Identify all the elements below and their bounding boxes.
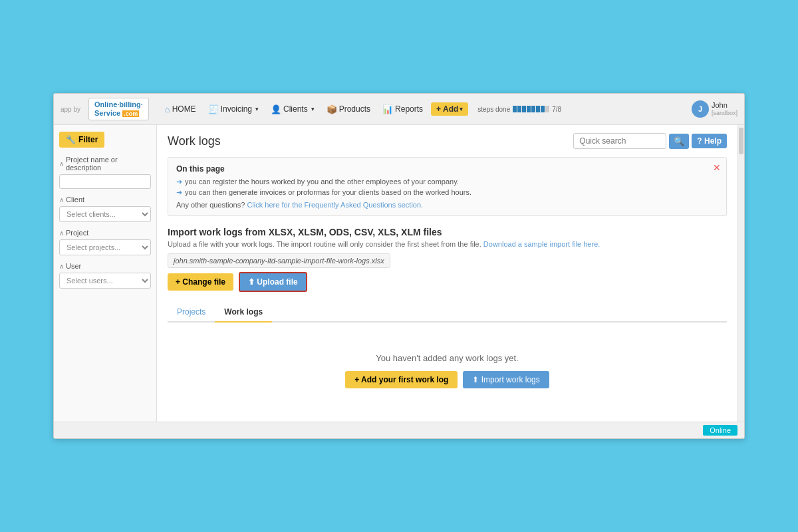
step-3 bbox=[522, 106, 526, 112]
step-2 bbox=[517, 106, 521, 112]
main-panel: Work logs 🔍 ? Help On this page ➜ you ca… bbox=[157, 125, 737, 422]
content-area: 🔧 Filter Project name or description Cli… bbox=[54, 125, 744, 422]
tab-worklogs[interactable]: Work logs bbox=[215, 303, 272, 323]
logo-com: .com bbox=[122, 110, 139, 117]
import-desc-text: Upload a file with your work logs. The i… bbox=[168, 240, 481, 248]
client-select[interactable]: Select clients... bbox=[59, 206, 151, 222]
sidebar-project-select-label: Project bbox=[66, 229, 88, 237]
logo-text-mid: Service .com bbox=[94, 109, 143, 118]
nav-bar: ⌂ HOME 🧾 Invoicing 👤 Clients 📦 Products … bbox=[161, 102, 686, 116]
search-input[interactable] bbox=[573, 133, 666, 149]
sidebar-project-name-label: Project name or description bbox=[66, 156, 151, 172]
logo-text-top: Online·billing· bbox=[94, 100, 143, 109]
info-box-text-1: you can register the hours worked by you… bbox=[185, 178, 459, 186]
reports-icon: 📊 bbox=[382, 104, 393, 114]
sidebar: 🔧 Filter Project name or description Cli… bbox=[54, 125, 157, 422]
sidebar-user-label: User bbox=[66, 262, 81, 270]
step-7 bbox=[541, 106, 545, 112]
add-first-work-log-button[interactable]: + Add your first work log bbox=[345, 371, 458, 388]
status-bar: Online bbox=[54, 422, 744, 438]
nav-home[interactable]: ⌂ HOME bbox=[161, 102, 200, 116]
sidebar-client-label: Client bbox=[66, 196, 84, 203]
download-sample-link[interactable]: Download a sample import file here. bbox=[483, 240, 600, 248]
clients-icon: 👤 bbox=[271, 104, 281, 114]
user-name-block: John [sandbox] bbox=[712, 101, 737, 117]
app-by-label: app by bbox=[61, 106, 80, 113]
avatar: J bbox=[692, 100, 709, 118]
filter-label: Filter bbox=[78, 135, 98, 144]
empty-message: You haven't added any work logs yet. bbox=[376, 353, 518, 363]
info-box: On this page ➜ you can register the hour… bbox=[168, 157, 727, 216]
faq-prefix: Any other questions? bbox=[176, 201, 245, 209]
nav-invoicing-label: Invoicing bbox=[221, 104, 252, 114]
nav-invoicing[interactable]: 🧾 Invoicing bbox=[204, 102, 263, 116]
import-description: Upload a file with your work logs. The i… bbox=[168, 240, 727, 248]
page-title: Work logs bbox=[168, 134, 221, 148]
nav-reports-label: Reports bbox=[395, 104, 423, 114]
user-sandbox-label: [sandbox] bbox=[712, 110, 737, 117]
info-arrow-1: ➜ bbox=[176, 178, 182, 186]
info-box-title: On this page bbox=[176, 164, 718, 174]
invoicing-icon: 🧾 bbox=[208, 104, 219, 114]
file-name-display: john.smith-sample-company-ltd-sample-imp… bbox=[168, 253, 390, 268]
empty-state: You haven't added any work logs yet. + A… bbox=[168, 333, 727, 408]
online-badge: Online bbox=[703, 425, 737, 436]
nav-add-label: + Add bbox=[436, 104, 458, 114]
nav-add-button[interactable]: + Add bbox=[431, 102, 468, 116]
products-icon: 📦 bbox=[327, 104, 337, 114]
user-display-name: John bbox=[712, 101, 728, 109]
nav-clients[interactable]: 👤 Clients bbox=[267, 102, 319, 116]
change-file-button[interactable]: + Change file bbox=[168, 273, 233, 291]
empty-actions: + Add your first work log ⬆ Import work … bbox=[345, 371, 549, 388]
tab-projects[interactable]: Projects bbox=[168, 303, 215, 323]
top-bar: app by Online·billing· Service .com ⌂ HO… bbox=[54, 94, 744, 125]
step-6 bbox=[536, 106, 540, 112]
user-area[interactable]: J John [sandbox] bbox=[692, 100, 737, 118]
info-close-button[interactable]: ✕ bbox=[713, 163, 721, 172]
import-button-row: + Change file ⬆ Upload file bbox=[168, 272, 727, 292]
steps-count: 7/8 bbox=[552, 106, 561, 113]
filter-button[interactable]: 🔧 Filter bbox=[59, 132, 104, 148]
steps-progress-bar bbox=[513, 106, 549, 112]
nav-products-label: Products bbox=[339, 104, 370, 114]
faq-link[interactable]: Click here for the Frequently Asked Ques… bbox=[247, 201, 423, 209]
sidebar-section-client: Client bbox=[59, 196, 151, 203]
import-title: Import work logs from XLSX, XLSM, ODS, C… bbox=[168, 227, 727, 237]
info-box-item-1: ➜ you can register the hours worked by y… bbox=[176, 178, 718, 186]
logo[interactable]: Online·billing· Service .com bbox=[88, 98, 149, 120]
help-button[interactable]: ? Help bbox=[692, 134, 727, 148]
info-arrow-2: ➜ bbox=[176, 188, 182, 197]
search-bar: 🔍 ? Help bbox=[573, 133, 727, 149]
sidebar-section-project: Project bbox=[59, 229, 151, 237]
scrollbar[interactable] bbox=[737, 125, 744, 422]
info-box-text-2: you can then generate invoices or profor… bbox=[185, 188, 471, 196]
info-box-item-2: ➜ you can then generate invoices or prof… bbox=[176, 188, 718, 197]
nav-products[interactable]: 📦 Products bbox=[323, 102, 374, 116]
nav-reports[interactable]: 📊 Reports bbox=[378, 102, 427, 116]
search-button[interactable]: 🔍 bbox=[669, 134, 689, 149]
scroll-thumb[interactable] bbox=[739, 128, 743, 154]
home-icon: ⌂ bbox=[165, 104, 170, 114]
project-select[interactable]: Select projects... bbox=[59, 239, 151, 255]
filter-icon: 🔧 bbox=[66, 135, 76, 144]
page-header: Work logs 🔍 ? Help bbox=[168, 133, 727, 149]
project-name-input[interactable] bbox=[59, 174, 151, 189]
step-5 bbox=[531, 106, 535, 112]
import-work-logs-button[interactable]: ⬆ Import work logs bbox=[463, 371, 549, 388]
sidebar-section-user: User bbox=[59, 262, 151, 270]
tabs: Projects Work logs bbox=[168, 303, 727, 323]
sidebar-section-project-name: Project name or description bbox=[59, 156, 151, 172]
info-faq: Any other questions? Click here for the … bbox=[176, 201, 718, 209]
steps-done-area: steps done 7/8 bbox=[477, 106, 561, 113]
upload-file-button[interactable]: ⬆ Upload file bbox=[239, 272, 307, 292]
step-8 bbox=[545, 106, 549, 112]
step-1 bbox=[513, 106, 517, 112]
nav-clients-label: Clients bbox=[283, 104, 308, 114]
user-select[interactable]: Select users... bbox=[59, 273, 151, 289]
avatar-initials: J bbox=[698, 105, 702, 113]
steps-label: steps done bbox=[477, 106, 510, 113]
nav-home-label: HOME bbox=[172, 104, 196, 114]
step-4 bbox=[527, 106, 531, 112]
